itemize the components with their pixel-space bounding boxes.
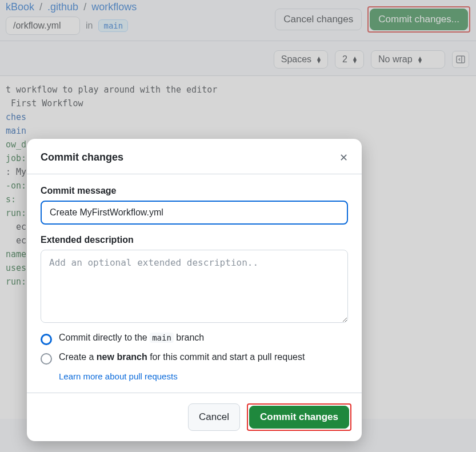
radio-label-bold: new branch [97,352,147,362]
radio-icon[interactable] [41,353,52,365]
dialog-title: Commit changes [41,151,123,163]
learn-more-link[interactable]: Learn more about pull requests [59,371,348,381]
radio-new-branch[interactable]: Create a new branch for this commit and … [41,352,348,365]
radio-commit-direct[interactable]: Commit directly to the main branch [41,333,348,345]
close-icon[interactable]: ✕ [339,153,348,163]
radio-label-text: Create a [59,352,97,362]
commit-dialog: Commit changes ✕ Commit message Extended… [27,139,362,441]
dialog-cancel-button[interactable]: Cancel [188,403,240,431]
extended-description-label: Extended description [41,235,348,245]
commit-message-input[interactable] [41,201,348,225]
extended-description-textarea[interactable] [41,250,348,323]
commit-message-label: Commit message [41,186,348,196]
branch-name-inline: main [150,333,174,343]
radio-label-text: branch [174,333,204,342]
radio-icon[interactable] [41,334,52,345]
radio-label-text: Commit directly to the [59,333,150,342]
highlight-box-commit-dialog: Commit changes [247,403,351,431]
dialog-commit-button[interactable]: Commit changes [249,406,349,429]
radio-label-text: for this commit and start a pull request [147,352,305,362]
